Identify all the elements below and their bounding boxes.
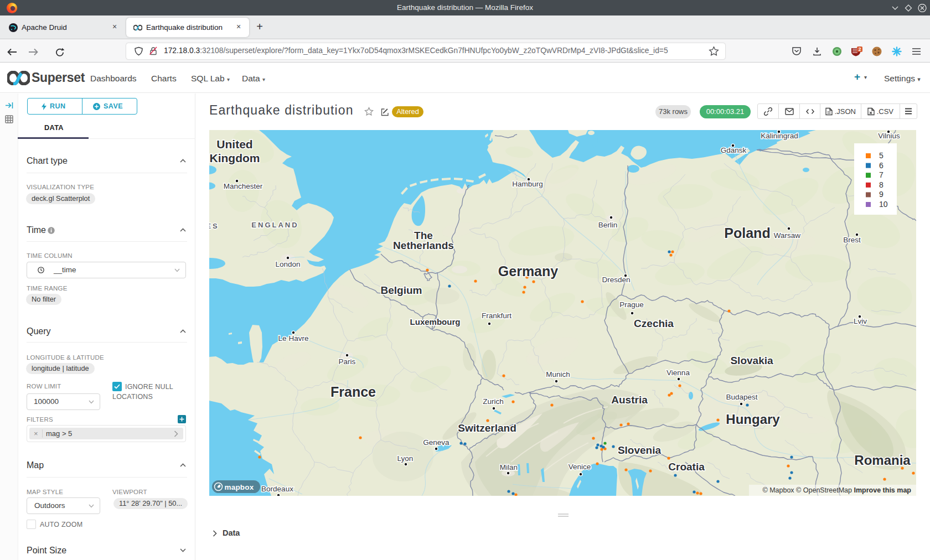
svg-text:ES: ES [209,222,219,230]
svg-text:Le Havre: Le Havre [278,334,309,343]
svg-text:Frankfurt: Frankfurt [482,312,512,320]
svg-text:7: 7 [879,170,884,179]
svg-text:Slovakia: Slovakia [730,355,773,366]
svg-text:Milan: Milan [500,463,518,471]
svg-text:Berlin: Berlin [598,221,618,229]
svg-text:Venice: Venice [569,463,591,471]
svg-text:Zurich: Zurich [483,397,504,406]
svg-text:© Mapbox © OpenStreetMap Impro: © Mapbox © OpenStreetMap Improve this ma… [762,486,911,494]
svg-text:10: 10 [879,200,888,209]
svg-text:5: 5 [879,151,884,160]
svg-text:Vienna: Vienna [666,369,690,377]
svg-text:Bordeaux: Bordeaux [261,485,293,493]
svg-text:9: 9 [879,190,884,199]
svg-text:Netherlands: Netherlands [393,240,454,251]
svg-text:Brest: Brest [843,236,861,244]
svg-text:ENGLAND: ENGLAND [251,221,298,229]
svg-text:Manchester: Manchester [224,182,263,190]
svg-text:Warsaw: Warsaw [774,231,801,240]
svg-text:Czechia: Czechia [634,318,674,329]
svg-text:United: United [216,138,252,151]
svg-text:Hamburg: Hamburg [512,180,543,188]
svg-text:Luxembourg: Luxembourg [410,317,461,326]
svg-text:Poland: Poland [724,225,770,241]
svg-text:Munich: Munich [546,370,570,378]
svg-text:Paris: Paris [339,357,356,366]
svg-text:France: France [330,384,376,400]
svg-text:8: 8 [879,180,884,189]
svg-text:Romania: Romania [854,453,911,468]
svg-text:Austria: Austria [611,394,648,406]
svg-text:Croatia: Croatia [668,461,705,473]
svg-text:Budapest: Budapest [726,393,757,401]
svg-text:Switzerland: Switzerland [458,422,516,434]
svg-text:Hungary: Hungary [726,412,780,427]
svg-text:Kingdom: Kingdom [210,152,260,164]
svg-text:Belgium: Belgium [381,284,422,296]
svg-text:London: London [275,260,300,268]
svg-text:mapbox: mapbox [225,483,254,491]
svg-text:Slovenia: Slovenia [618,444,662,456]
svg-text:Prague: Prague [619,300,644,309]
svg-text:Geneva: Geneva [423,438,450,447]
svg-text:6: 6 [879,161,884,170]
svg-text:2: 2 [859,46,861,52]
svg-text:Germany: Germany [498,263,558,279]
svg-text:Lyon: Lyon [397,454,414,463]
